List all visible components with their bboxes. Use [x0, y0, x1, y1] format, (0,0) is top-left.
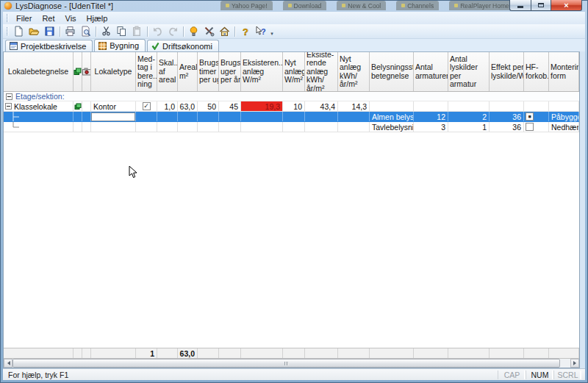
cell-belysningssystem[interactable]: Tavlebelysning	[370, 122, 414, 132]
paste-button[interactable]	[129, 25, 145, 38]
scroll-left-button[interactable]	[4, 359, 12, 368]
print-button[interactable]	[62, 25, 78, 38]
cell-lokaletype[interactable]: Kontor	[91, 101, 136, 111]
tools-button[interactable]	[201, 25, 217, 38]
menu-filer[interactable]: Filer	[11, 13, 37, 24]
notes-icon	[74, 68, 82, 76]
cell-belysningssystem[interactable]: Almen belysning	[370, 112, 414, 121]
tab-projektbeskrivelse[interactable]: Projektbeskrivelse	[5, 40, 93, 51]
cell-hf-forkobling[interactable]: ■	[524, 112, 549, 121]
menu-ret[interactable]: Ret	[37, 13, 60, 24]
toolbar-grip	[7, 27, 9, 35]
group-label: Etage/sektion:	[15, 92, 65, 101]
tools-icon	[204, 26, 215, 37]
redo-button[interactable]	[165, 25, 181, 38]
checkbox-unchecked[interactable]	[526, 123, 534, 131]
scroll-right-icon	[573, 361, 578, 365]
help-icon: ?	[240, 26, 251, 37]
cell-notes[interactable]	[74, 101, 82, 111]
background-tab: Channels	[396, 1, 439, 10]
collapse-icon[interactable]	[5, 103, 12, 110]
open-button[interactable]	[26, 25, 42, 38]
context-help-button[interactable]: ?	[253, 25, 268, 38]
grid-header-row: Lokalebetegnelse Lokaletype Med- tag i b…	[4, 52, 579, 92]
cell-lokalebetegnelse[interactable]: Klasselokale	[4, 101, 74, 111]
col-lokalebetegnelse: Lokalebetegnelse	[4, 52, 74, 91]
toolbar-separator	[147, 26, 148, 37]
close-button[interactable]: ×	[551, 0, 582, 11]
minimize-button[interactable]	[509, 0, 531, 11]
cell-eksisterende-kwh[interactable]: 43,4	[305, 101, 338, 111]
cell-effekt[interactable]: 36	[490, 112, 524, 121]
window-title: LysDiagnose - [UdenTitel *]	[15, 1, 113, 10]
toolbar-separator	[234, 26, 235, 37]
cell-tree[interactable]	[4, 122, 74, 132]
window-controls: ×	[509, 0, 582, 11]
grid-row-almen-belysning[interactable]: Almen belysning 12 2 36 ■ Påbygget	[4, 112, 579, 122]
cell-tree[interactable]	[4, 112, 74, 121]
cell-brugstid-timer[interactable]: 50	[198, 101, 219, 111]
cell-effekt[interactable]: 36	[490, 122, 524, 132]
cell-nyt-kwh[interactable]: 14,3	[338, 101, 370, 111]
num-lock-indicator: NUM	[526, 371, 553, 379]
cell-antal-armaturer[interactable]: 12	[414, 112, 448, 121]
cell-lokaletype-editing[interactable]	[91, 112, 136, 121]
cell-areal[interactable]: 63,0	[178, 101, 198, 111]
cell-nyt-w[interactable]: 10	[283, 101, 305, 111]
open-icon	[29, 26, 40, 37]
collapse-icon[interactable]	[6, 93, 12, 100]
lamp-button[interactable]	[186, 25, 201, 38]
cell-photo[interactable]	[82, 101, 91, 111]
camera-icon	[82, 68, 90, 76]
menu-hjaelp[interactable]: Hjælp	[82, 13, 113, 24]
print-preview-icon	[80, 26, 91, 37]
checkbox-filled[interactable]: ■	[526, 112, 534, 121]
col-brugstid-timer: Brugstid, timer per uge	[198, 52, 219, 91]
cell-antal-armaturer[interactable]: 3	[414, 122, 448, 132]
col-monteringsform: Monterings form	[549, 52, 579, 91]
cell-hf-forkobling[interactable]	[524, 122, 549, 132]
app-icon	[4, 2, 12, 10]
print-preview-button[interactable]	[78, 25, 93, 38]
cell-antal-lyskilder[interactable]: 1	[448, 122, 490, 132]
tab-bygning[interactable]: Bygning	[94, 39, 146, 51]
copy-icon	[116, 26, 127, 37]
col-eksisterende-w: Eksisteren... anlæg W/m²	[241, 52, 283, 91]
col-nyt-kwh: Nyt anlæg kWh/år/m²	[338, 52, 370, 91]
help-button[interactable]: ?	[237, 25, 253, 38]
cell-monteringsform[interactable]: Nedhængt	[549, 122, 579, 132]
mouse-cursor	[129, 165, 137, 179]
col-areal: Areal m²	[178, 52, 198, 91]
home-button[interactable]	[217, 25, 232, 38]
group-row-etage[interactable]: Etage/sektion:	[4, 92, 579, 101]
cut-button[interactable]	[98, 25, 114, 38]
cell-skalering[interactable]: 1,0	[157, 101, 178, 111]
svg-text:?: ?	[261, 27, 266, 36]
checkbox-checked[interactable]: ✓	[143, 102, 151, 110]
col-belysningssystem: Belysningsstyst... betegnelse	[370, 52, 414, 91]
scroll-right-button[interactable]	[570, 359, 579, 368]
lokaletype-editor[interactable]	[91, 112, 135, 121]
menubar: Filer Ret Vis Hjælp	[3, 12, 585, 24]
tab-driftsokonomi[interactable]: Driftsøkonomi	[147, 40, 219, 51]
grid-row-tavlebelysning[interactable]: Tavlebelysning 3 1 36 Nedhængt	[4, 122, 579, 132]
save-button[interactable]	[42, 25, 57, 38]
toolbar-overflow-button[interactable]: ▾	[268, 25, 276, 38]
maximize-button[interactable]	[531, 0, 551, 11]
background-tab: Download	[283, 1, 327, 10]
new-button[interactable]	[11, 25, 26, 38]
menu-vis[interactable]: Vis	[60, 13, 82, 24]
copy-button[interactable]	[114, 25, 129, 38]
cell-antal-lyskilder[interactable]: 2	[448, 112, 490, 121]
cell-eksisterende-w-alert[interactable]: 19,3	[241, 101, 283, 111]
undo-button[interactable]	[150, 25, 165, 38]
cell-medtag[interactable]: ✓	[136, 101, 157, 111]
cell-monteringsform[interactable]: Påbygget	[549, 112, 579, 121]
horizontal-scrollbar[interactable]	[4, 359, 579, 368]
grid-row-klasselokale[interactable]: Klasselokale Kontor ✓ 1,0 63,0 50 45 19,…	[4, 101, 579, 112]
cell-brugstid-uger[interactable]: 45	[219, 101, 241, 111]
scrollbar-thumb[interactable]	[12, 359, 560, 368]
grid-summary-row: 1 63,0	[4, 348, 579, 359]
close-icon: ×	[564, 1, 568, 10]
tabbar: Projektbeskrivelse Bygning Driftsøkonomi	[3, 39, 585, 51]
